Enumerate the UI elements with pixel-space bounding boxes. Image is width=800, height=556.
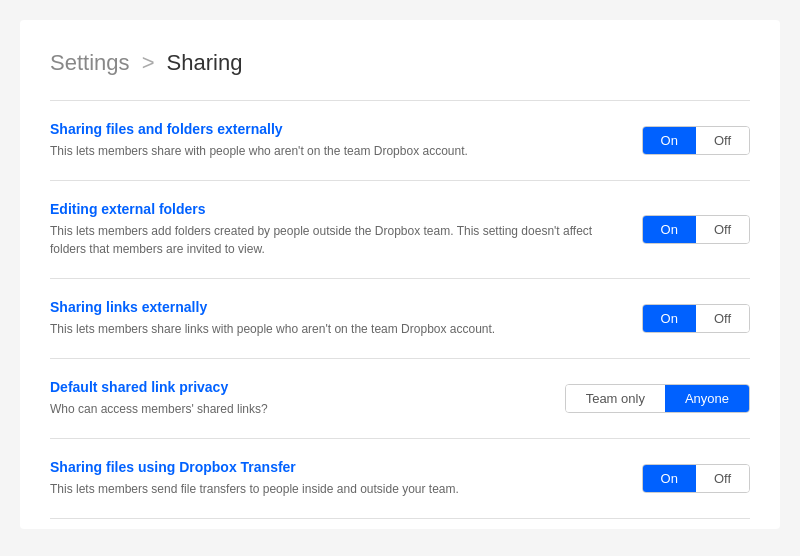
setting-info-sharing-files-dropbox-transfer: Sharing files using Dropbox Transfer Thi… xyxy=(50,459,630,498)
setting-info-editing-external-folders: Editing external folders This lets membe… xyxy=(50,201,630,258)
breadcrumb-separator: > xyxy=(142,50,155,75)
setting-title-sharing-files-dropbox-transfer: Sharing files using Dropbox Transfer xyxy=(50,459,630,475)
toggle-default-shared-link-privacy: Team only Anyone xyxy=(565,384,750,413)
privacy-btn-anyone[interactable]: Anyone xyxy=(665,385,749,412)
toggle-sharing-links-externally: On Off xyxy=(642,304,750,333)
setting-row-sharing-links-externally: Sharing links externally This lets membe… xyxy=(50,279,750,358)
breadcrumb-parent: Settings xyxy=(50,50,130,75)
toggle-off-editing-external-folders[interactable]: Off xyxy=(696,216,749,243)
setting-row-default-shared-link-privacy: Default shared link privacy Who can acce… xyxy=(50,359,750,438)
breadcrumb-current: Sharing xyxy=(167,50,243,75)
settings-container: Settings > Sharing Sharing files and fol… xyxy=(20,20,780,529)
setting-info-default-shared-link-privacy: Default shared link privacy Who can acce… xyxy=(50,379,565,418)
setting-row-sharing-files-folders: Sharing files and folders externally Thi… xyxy=(50,101,750,180)
setting-info-sharing-links-externally: Sharing links externally This lets membe… xyxy=(50,299,630,338)
toggle-editing-external-folders: On Off xyxy=(642,215,750,244)
toggle-off-sharing-links-externally[interactable]: Off xyxy=(696,305,749,332)
toggle-on-sharing-files-dropbox-transfer[interactable]: On xyxy=(643,465,696,492)
bottom-divider xyxy=(50,518,750,519)
setting-desc-sharing-files-folders: This lets members share with people who … xyxy=(50,142,630,160)
setting-row-sharing-files-dropbox-transfer: Sharing files using Dropbox Transfer Thi… xyxy=(50,439,750,518)
toggle-on-sharing-files-folders[interactable]: On xyxy=(643,127,696,154)
setting-info-sharing-files-folders: Sharing files and folders externally Thi… xyxy=(50,121,630,160)
setting-desc-sharing-links-externally: This lets members share links with peopl… xyxy=(50,320,630,338)
setting-desc-default-shared-link-privacy: Who can access members' shared links? xyxy=(50,400,565,418)
setting-row-editing-external-folders: Editing external folders This lets membe… xyxy=(50,181,750,278)
setting-title-editing-external-folders: Editing external folders xyxy=(50,201,630,217)
setting-title-default-shared-link-privacy: Default shared link privacy xyxy=(50,379,565,395)
toggle-sharing-files-folders: On Off xyxy=(642,126,750,155)
toggle-on-editing-external-folders[interactable]: On xyxy=(643,216,696,243)
setting-title-sharing-links-externally: Sharing links externally xyxy=(50,299,630,315)
breadcrumb: Settings > Sharing xyxy=(50,50,750,76)
toggle-on-sharing-links-externally[interactable]: On xyxy=(643,305,696,332)
setting-desc-editing-external-folders: This lets members add folders created by… xyxy=(50,222,630,258)
toggle-sharing-files-dropbox-transfer: On Off xyxy=(642,464,750,493)
toggle-off-sharing-files-dropbox-transfer[interactable]: Off xyxy=(696,465,749,492)
privacy-btn-team-only[interactable]: Team only xyxy=(566,385,665,412)
setting-title-sharing-files-folders: Sharing files and folders externally xyxy=(50,121,630,137)
toggle-off-sharing-files-folders[interactable]: Off xyxy=(696,127,749,154)
setting-desc-sharing-files-dropbox-transfer: This lets members send file transfers to… xyxy=(50,480,630,498)
